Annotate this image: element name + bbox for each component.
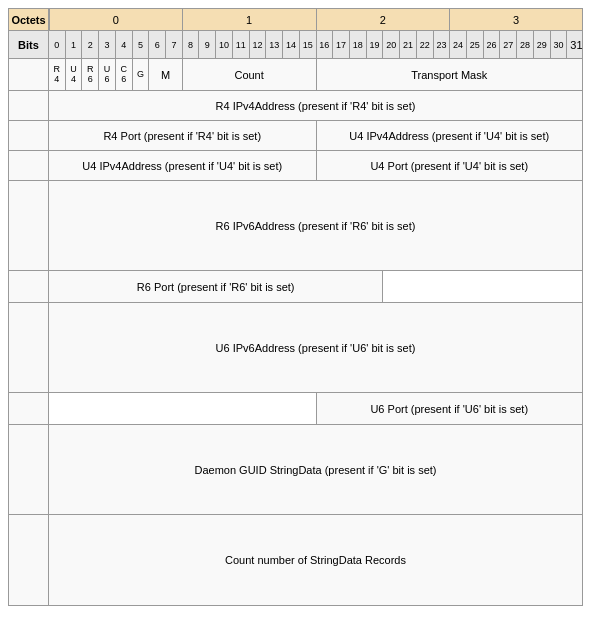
u6-ipv6-spacer [9,303,49,392]
bit-29: 29 [534,31,551,58]
bit-22: 22 [417,31,434,58]
bits-header-row: Bits 0 1 2 3 4 5 6 7 8 9 10 11 12 13 14 … [9,31,582,59]
bit-10: 10 [216,31,233,58]
c-bit: C6 [116,59,133,90]
bit-23: 23 [434,31,451,58]
r4-bit: R4 [49,59,66,90]
bit-28: 28 [517,31,534,58]
r4-label: R4 [54,65,61,85]
r6-port-row: R6 Port (present if 'R6' bit is set) [9,271,582,303]
r4-ipv4-label-spacer [9,91,49,120]
u4-ipv4-left-cell: U4 IPv4Address (present if 'U4' bit is s… [49,151,317,180]
r6-label: R6 [87,65,94,85]
bit-15: 15 [300,31,317,58]
transport-mask-field: Transport Mask [317,59,583,90]
u4-ipv4-right-cell: U4 IPv4Address (present if 'U4' bit is s… [317,121,582,150]
bit-30: 30 [551,31,568,58]
bit-9: 9 [199,31,216,58]
bit-11: 11 [233,31,250,58]
r6-ipv6-row: R6 IPv6Address (present if 'R6' bit is s… [9,181,582,271]
flags-row: R4 U4 R6 U6 C6 G [9,59,582,91]
bit-5: 5 [133,31,150,58]
count-field: Count [183,59,317,90]
daemon-guid-spacer [9,425,49,514]
r6-port-empty [383,271,582,302]
flags-label-spacer [9,59,49,90]
u4-bit: U4 [66,59,83,90]
r4-port-u4-ipv4-row: R4 Port (present if 'R4' bit is set) U4 … [9,121,582,151]
bit-1: 1 [66,31,83,58]
bit-6: 6 [149,31,166,58]
octet-2-label: 2 [317,9,451,30]
octet-3-label: 3 [450,9,582,30]
bit-0: 0 [49,31,66,58]
count-records-row: Count number of StringData Records [9,515,582,605]
bit-17: 17 [333,31,350,58]
octet-1-label: 1 [183,9,317,30]
octet-0-label: 0 [49,9,183,30]
g-label: G [137,70,144,80]
bit-4: 4 [116,31,133,58]
bit-8: 8 [183,31,200,58]
u4-label: U4 [70,65,77,85]
count-records-cell: Count number of StringData Records [49,515,582,605]
octets-label: Octets [9,9,49,30]
bit-25: 25 [467,31,484,58]
bit-19: 19 [367,31,384,58]
r6-port-spacer [9,271,49,302]
bit-14: 14 [283,31,300,58]
bits-label: Bits [9,31,49,58]
u6-ipv6-row: U6 IPv6Address (present if 'U6' bit is s… [9,303,582,393]
u4-ipv4-u4-port-row: U4 IPv4Address (present if 'U4' bit is s… [9,151,582,181]
bit-26: 26 [484,31,501,58]
r6-port-cell: R6 Port (present if 'R6' bit is set) [49,271,383,302]
bit-20: 20 [383,31,400,58]
bit-27: 27 [500,31,517,58]
r4-port-cell: R4 Port (present if 'R4' bit is set) [49,121,317,150]
count-records-spacer [9,515,49,605]
r4-ipv4-cell: R4 IPv4Address (present if 'R4' bit is s… [49,91,582,120]
r4-ipv4-row: R4 IPv4Address (present if 'R4' bit is s… [9,91,582,121]
u4-port-cell: U4 Port (present if 'U4' bit is set) [317,151,582,180]
daemon-guid-cell: Daemon GUID StringData (present if 'G' b… [49,425,582,514]
u6-port-spacer [9,393,49,424]
u6-port-row: U6 Port (present if 'U6' bit is set) [9,393,582,425]
m-field: M [149,59,182,90]
r4-port-u4-ipv4-spacer [9,121,49,150]
bit-16: 16 [317,31,334,58]
octets-header-row: Octets 0 1 2 3 [9,9,582,31]
daemon-guid-row: Daemon GUID StringData (present if 'G' b… [9,425,582,515]
u6-port-cell: U6 Port (present if 'U6' bit is set) [317,393,582,424]
u6-ipv6-cell: U6 IPv6Address (present if 'U6' bit is s… [49,303,582,392]
bit-18: 18 [350,31,367,58]
g-bit: G [133,59,150,90]
r6-ipv6-spacer [9,181,49,270]
u6-bit: U6 [99,59,116,90]
bit-2: 2 [82,31,99,58]
r6-bit: R6 [82,59,99,90]
u4-ipv4-u4-port-spacer [9,151,49,180]
u6-label: U6 [104,65,111,85]
bit-24: 24 [450,31,467,58]
bit-21: 21 [400,31,417,58]
bit-3: 3 [99,31,116,58]
bit-31: 31 [567,31,585,58]
u6-port-empty-left [49,393,317,424]
c-label: C6 [120,65,127,85]
r6-ipv6-cell: R6 IPv6Address (present if 'R6' bit is s… [49,181,582,270]
bit-12: 12 [250,31,267,58]
bit-7: 7 [166,31,183,58]
bit-13: 13 [266,31,283,58]
protocol-diagram: Octets 0 1 2 3 Bits 0 1 2 3 4 5 6 7 8 9 … [8,8,583,606]
